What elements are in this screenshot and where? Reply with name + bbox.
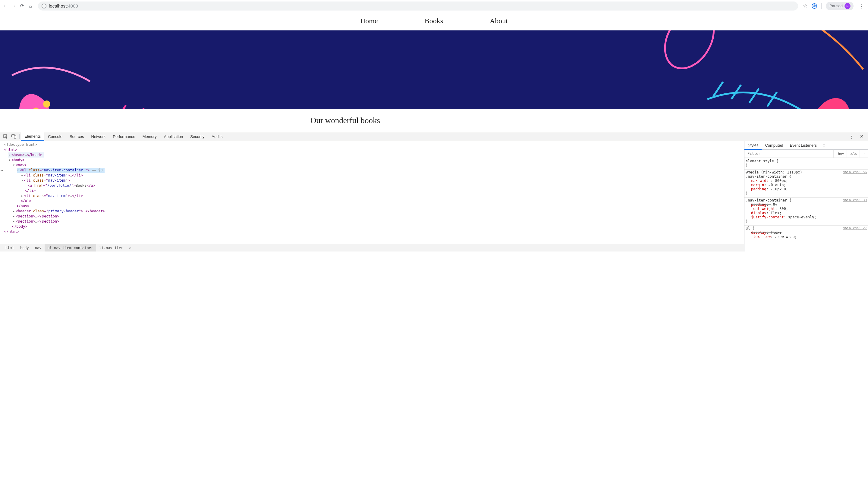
bc-nav[interactable]: nav: [32, 244, 45, 252]
svg-rect-12: [14, 135, 16, 138]
reload-icon[interactable]: ⟳: [19, 3, 25, 9]
styles-filter-input[interactable]: [747, 151, 833, 156]
avatar: E: [845, 3, 850, 9]
styles-filter-row: :hov .cls ＋: [744, 150, 868, 158]
tab-event-listeners[interactable]: Event Listeners: [786, 141, 820, 150]
close-devtools-icon[interactable]: ✕: [857, 134, 867, 139]
rule-1[interactable]: main.css:156 @media (min-width: 1110px) …: [744, 170, 868, 198]
tab-styles[interactable]: Styles: [744, 141, 762, 150]
rule-3[interactable]: main.css:127 ul { display: flex; flex-fl…: [744, 226, 868, 241]
gutter-ellipsis-icon[interactable]: ⋯: [1, 168, 3, 172]
tab-audits[interactable]: Audits: [208, 132, 226, 141]
svg-rect-0: [0, 30, 868, 109]
address-bar[interactable]: i localhost:4000: [38, 1, 798, 11]
bc-html[interactable]: html: [2, 244, 17, 252]
inspect-element-icon[interactable]: [1, 132, 10, 141]
separator: [821, 3, 822, 9]
browser-toolbar: ← → ⟳ ⌂ i localhost:4000 ☆ ① Paused E ⋮: [0, 0, 868, 12]
svg-point-3: [43, 100, 50, 107]
devtools: Elements Console Sources Network Perform…: [0, 132, 868, 251]
bc-li[interactable]: li.nav-item: [96, 244, 126, 252]
tab-console[interactable]: Console: [44, 132, 66, 141]
tab-performance[interactable]: Performance: [109, 132, 138, 141]
toolbar-right: ☆ ① Paused E ⋮: [803, 2, 866, 10]
devtools-body: ⋯ <!doctype html> <html> ▸<head>…</head>…: [0, 141, 868, 251]
device-toolbar-icon[interactable]: [10, 132, 18, 141]
page-heading: Our wonderful books: [310, 116, 558, 125]
rule-source-link[interactable]: main.css:156: [843, 170, 867, 174]
site-info-icon[interactable]: i: [42, 3, 46, 8]
styles-panel: Styles Computed Event Listeners » :hov .…: [744, 141, 868, 251]
rule-source-link[interactable]: main.css:139: [843, 198, 867, 202]
elements-panel: ⋯ <!doctype html> <html> ▸<head>…</head>…: [0, 141, 744, 251]
tab-security[interactable]: Security: [187, 132, 208, 141]
back-icon[interactable]: ←: [2, 3, 8, 9]
bookmark-star-icon[interactable]: ☆: [803, 3, 807, 9]
kebab-menu-icon[interactable]: ⋮: [858, 3, 866, 9]
new-rule-icon[interactable]: ＋: [860, 150, 868, 158]
main-content: Our wonderful books: [310, 109, 558, 132]
tab-memory[interactable]: Memory: [139, 132, 161, 141]
cls-toggle[interactable]: .cls: [847, 150, 860, 158]
rule-element-style[interactable]: element.style { }: [744, 158, 868, 170]
bc-a[interactable]: a: [126, 244, 134, 252]
nav-link-books[interactable]: Books: [425, 17, 443, 25]
hov-toggle[interactable]: :hov: [833, 150, 847, 158]
tab-elements[interactable]: Elements: [21, 132, 44, 141]
separator: [19, 134, 20, 139]
site-nav: Home Books About: [313, 12, 555, 30]
page-viewport: Home Books About SILVER OAK PRESS: [0, 12, 868, 132]
styles-tabbar: Styles Computed Event Listeners »: [744, 141, 868, 150]
more-tabs-icon[interactable]: »: [820, 143, 828, 148]
home-icon[interactable]: ⌂: [28, 3, 33, 9]
tab-application[interactable]: Application: [161, 132, 187, 141]
nav-link-about[interactable]: About: [490, 17, 508, 25]
hero-banner: SILVER OAK PRESS NEW FICTION, DISCOVERED: [0, 30, 868, 109]
tab-computed[interactable]: Computed: [762, 141, 786, 150]
nav-link-home[interactable]: Home: [360, 17, 378, 25]
dom-breadcrumb[interactable]: html body nav ul.nav-item-container li.n…: [0, 244, 744, 251]
bc-body[interactable]: body: [17, 244, 32, 252]
extension-icon[interactable]: ①: [812, 3, 817, 9]
dom-tree[interactable]: <!doctype html> <html> ▸<head>…</head> ▾…: [0, 141, 744, 244]
bc-ul[interactable]: ul.nav-item-container: [45, 244, 96, 252]
tab-sources[interactable]: Sources: [66, 132, 88, 141]
url-text: localhost:4000: [49, 3, 78, 8]
rule-source-link[interactable]: main.css:127: [843, 226, 867, 230]
forward-icon[interactable]: →: [11, 3, 16, 9]
dom-doctype: <!doctype html>: [4, 143, 37, 147]
devtools-tabbar: Elements Console Sources Network Perform…: [0, 132, 868, 141]
hero-pattern: [0, 30, 868, 109]
styles-body[interactable]: element.style { } main.css:156 @media (m…: [744, 158, 868, 251]
rule-2[interactable]: main.css:139 .nav-item-container { paddi…: [744, 198, 868, 226]
profile-pill[interactable]: Paused E: [826, 2, 854, 10]
paused-label: Paused: [829, 3, 843, 8]
kebab-menu-icon[interactable]: ⋮: [846, 134, 857, 139]
tab-network[interactable]: Network: [88, 132, 110, 141]
